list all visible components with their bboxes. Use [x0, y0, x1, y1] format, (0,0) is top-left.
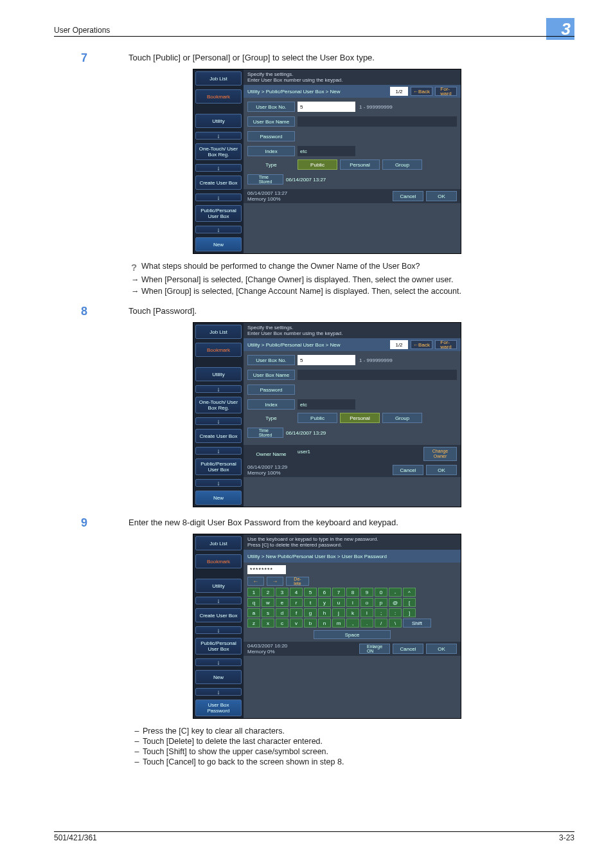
key-y[interactable]: y [318, 598, 331, 607]
enlarge-button[interactable]: Enlarge ON [359, 644, 390, 654]
utility-button[interactable]: Utility [195, 579, 242, 593]
cancel-button[interactable]: Cancel [393, 644, 423, 654]
back-button[interactable]: ←Back [411, 87, 432, 96]
key-k[interactable]: k [346, 608, 359, 617]
key-x[interactable]: x [262, 619, 274, 628]
key-[[interactable]: [ [403, 598, 416, 607]
password-input[interactable]: ******** [247, 565, 286, 574]
key-7[interactable]: 7 [332, 588, 345, 597]
key-;[interactable]: ; [375, 608, 387, 617]
password-label[interactable]: Password [247, 131, 295, 141]
key-n[interactable]: n [318, 619, 331, 628]
index-label[interactable]: Index [247, 146, 295, 156]
forward-button[interactable]: For- ward [435, 87, 457, 96]
key-f[interactable]: f [290, 608, 303, 617]
key-h[interactable]: h [318, 608, 331, 617]
user-box-no-value[interactable]: 5 [298, 355, 355, 365]
key-t[interactable]: t [304, 598, 317, 607]
user-box-no-value[interactable]: 5 [298, 102, 355, 112]
cursor-left-button[interactable]: ← [247, 577, 264, 586]
ok-button[interactable]: OK [426, 465, 457, 475]
job-list-button[interactable]: Job List [195, 325, 242, 339]
user-box-name-label[interactable]: User Box Name [247, 116, 295, 127]
cancel-button[interactable]: Cancel [393, 191, 423, 201]
key-,[interactable]: , [346, 619, 359, 628]
space-key[interactable]: Space [314, 630, 391, 639]
key-v[interactable]: v [290, 619, 303, 628]
back-button[interactable]: ←Back [411, 340, 432, 349]
key-a[interactable]: a [247, 608, 260, 617]
ok-button[interactable]: OK [426, 644, 457, 654]
key-.[interactable]: . [360, 619, 373, 628]
utility-button[interactable]: Utility [195, 114, 242, 128]
key-0[interactable]: 0 [375, 588, 387, 597]
user-box-name-value[interactable] [298, 370, 457, 380]
key-l[interactable]: l [360, 608, 373, 617]
key-5[interactable]: 5 [304, 588, 317, 597]
key-q[interactable]: q [247, 598, 260, 607]
cancel-button[interactable]: Cancel [393, 465, 423, 475]
personal-button[interactable]: Personal [340, 159, 380, 170]
key-g[interactable]: g [304, 608, 317, 617]
bookmark-button[interactable]: Bookmark [195, 89, 242, 104]
forward-button[interactable]: For- ward [435, 340, 457, 349]
new-button[interactable]: New [195, 237, 242, 251]
key-p[interactable]: p [375, 598, 387, 607]
key--[interactable]: - [389, 588, 402, 597]
onetouch-button[interactable]: One-Touch/ User Box Reg. [195, 143, 242, 160]
key-][interactable]: ] [403, 608, 416, 617]
bookmark-button[interactable]: Bookmark [195, 343, 242, 357]
key-b[interactable]: b [304, 619, 317, 628]
key-9[interactable]: 9 [360, 588, 373, 597]
user-box-password-button[interactable]: User Box Password [195, 700, 242, 716]
new-button[interactable]: New [195, 491, 242, 505]
public-button[interactable]: Public [298, 159, 337, 170]
key-u[interactable]: u [332, 598, 345, 607]
key-/[interactable]: / [375, 619, 387, 628]
public-personal-box-button[interactable]: Public/Personal User Box [195, 638, 242, 655]
key-d[interactable]: d [276, 608, 289, 617]
index-label[interactable]: Index [247, 399, 295, 410]
key-^[interactable]: ^ [403, 588, 416, 597]
new-button[interactable]: New [195, 670, 242, 684]
user-box-name-value[interactable] [298, 116, 457, 127]
key-z[interactable]: z [247, 619, 260, 628]
public-personal-box-button[interactable]: Public/Personal User Box [195, 458, 242, 475]
key-e[interactable]: e [276, 598, 289, 607]
personal-button[interactable]: Personal [340, 413, 380, 423]
group-button[interactable]: Group [382, 159, 422, 170]
key-3[interactable]: 3 [276, 588, 289, 597]
onetouch-button[interactable]: One-Touch/ User Box Reg. [195, 397, 242, 413]
key-:[interactable]: : [389, 608, 402, 617]
key-1[interactable]: 1 [247, 588, 260, 597]
key-s[interactable]: s [262, 608, 274, 617]
job-list-button[interactable]: Job List [195, 71, 242, 86]
key-6[interactable]: 6 [318, 588, 331, 597]
shift-key[interactable]: Shift [403, 619, 431, 628]
key-2[interactable]: 2 [262, 588, 274, 597]
key-@[interactable]: @ [389, 598, 402, 607]
group-button[interactable]: Group [382, 413, 422, 423]
key-4[interactable]: 4 [290, 588, 303, 597]
job-list-button[interactable]: Job List [195, 536, 242, 550]
key-j[interactable]: j [332, 608, 345, 617]
key-i[interactable]: i [346, 598, 359, 607]
key-m[interactable]: m [332, 619, 345, 628]
change-owner-button[interactable]: Change Owner [423, 447, 457, 461]
cursor-right-button[interactable]: → [267, 577, 283, 586]
user-box-name-label[interactable]: User Box Name [247, 370, 295, 380]
create-user-box-button[interactable]: Create User Box [195, 608, 242, 622]
key-8[interactable]: 8 [346, 588, 359, 597]
key-w[interactable]: w [262, 598, 274, 607]
password-label[interactable]: Password [247, 384, 295, 395]
key-o[interactable]: o [360, 598, 373, 607]
bookmark-button[interactable]: Bookmark [195, 554, 242, 568]
key-\[interactable]: \ [389, 619, 402, 628]
create-user-box-button[interactable]: Create User Box [195, 176, 242, 190]
public-personal-box-button[interactable]: Public/Personal User Box [195, 205, 242, 222]
key-r[interactable]: r [290, 598, 303, 607]
create-user-box-button[interactable]: Create User Box [195, 429, 242, 443]
public-button[interactable]: Public [298, 413, 337, 423]
utility-button[interactable]: Utility [195, 367, 242, 381]
key-c[interactable]: c [276, 619, 289, 628]
